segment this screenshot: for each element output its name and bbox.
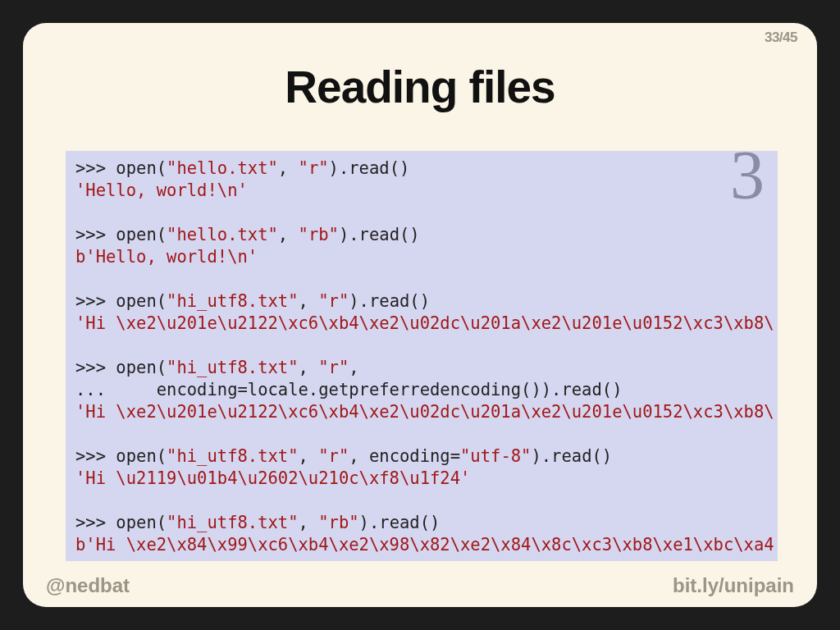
code-punct: ).read() [339,225,420,244]
slide-title: Reading files [23,61,817,113]
code-string: "r" [299,158,329,178]
code-punct: , [299,513,319,532]
code-punct: ).read() [349,291,430,311]
code-block: 3 >>> open("hello.txt", "r").read() 'Hel… [66,151,778,561]
code-line: >>> open( [75,291,167,311]
code-punct: , [278,158,299,178]
code-punct: , [278,225,299,244]
code-punct: , encoding= [349,446,460,466]
code-line: >>> open( [75,513,167,532]
code-string: "utf-8" [460,446,531,466]
code-line: >>> open( [75,158,167,178]
code-string: "hello.txt" [167,158,278,178]
code-punct: , [349,358,358,377]
code-output: 'Hi \u2119\u01b4\u2602\u210c\xf8\u1f24' [75,468,470,488]
code-punct: ).read() [359,513,441,532]
code-line: >>> open( [75,225,167,244]
code-string: "hi_utf8.txt" [167,291,298,311]
code-output: b'Hello, world!\n' [75,247,258,267]
code-punct: , [299,358,319,377]
code-string: "r" [318,358,349,377]
code-string: "hi_utf8.txt" [167,358,298,377]
code-string: "hi_utf8.txt" [167,446,298,466]
code-punct: ).read() [329,158,410,178]
code-string: "rb" [318,513,358,532]
code-output: 'Hello, world!\n' [75,180,248,200]
code-listing: >>> open("hello.txt", "r").read() 'Hello… [66,151,778,561]
code-string: "r" [318,446,349,466]
code-line: >>> open( [75,446,167,466]
code-punct: , [299,291,319,311]
code-line: ... encoding=locale.getpreferredencoding… [75,380,622,399]
code-string: "hi_utf8.txt" [167,513,298,532]
code-output: b'Hi \xe2\x84\x99\xc6\xb4\xe2\x98\x82\xe… [75,535,774,555]
code-string: "rb" [299,225,339,244]
footer-handle: @nedbat [46,574,130,597]
slide: 33/45 Reading files 3 >>> open("hello.tx… [23,23,817,607]
footer-link: bit.ly/unipain [673,574,794,597]
code-string: "hello.txt" [167,225,278,244]
python-version-badge: 3 [730,151,765,210]
code-output: 'Hi \xe2\u201e\u2122\xc6\xb4\xe2\u02dc\u… [75,313,774,333]
page-counter: 33/45 [765,30,797,46]
code-string: "r" [318,291,349,311]
code-line: >>> open( [75,358,167,377]
code-output: 'Hi \xe2\u201e\u2122\xc6\xb4\xe2\u02dc\u… [75,402,774,422]
code-punct: ).read() [531,446,612,466]
code-punct: , [299,446,319,466]
